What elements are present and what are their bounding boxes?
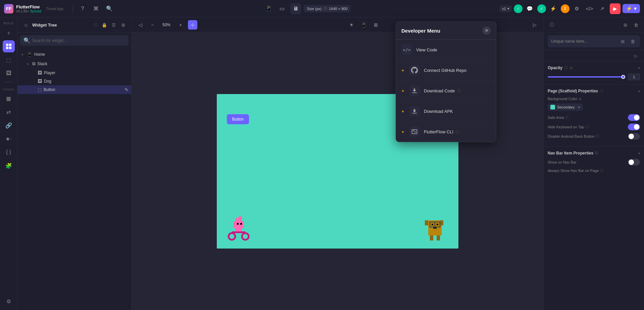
download-code-icon [409, 85, 420, 96]
dev-menu-header: Developer Menu ✕ [396, 22, 496, 40]
cli-info: ⓘ [455, 129, 459, 134]
connect-github-item[interactable]: ★ Connect GitHub Repo [396, 60, 496, 81]
cli-icon [409, 126, 420, 137]
download-apk-label: Download APK [424, 109, 491, 114]
cli-star-area: ★ [401, 130, 404, 134]
dev-menu-overlay[interactable]: Developer Menu ✕ </> View Code ★ Connect… [0, 0, 644, 310]
download-apk-star: ★ [401, 109, 404, 113]
connect-github-label: Connect GitHub Repo [424, 68, 491, 73]
cli-star: ★ [401, 130, 404, 134]
dev-menu-title: Developer Menu [401, 28, 440, 34]
github-star: ★ [401, 69, 404, 72]
download-code-info: ⓘ [457, 88, 461, 93]
view-code-item[interactable]: </> View Code [396, 40, 496, 60]
download-code-item[interactable]: ★ Download Code ⓘ [396, 81, 496, 101]
download-apk-item[interactable]: ★ Download APK [396, 101, 496, 122]
github-star-area: ★ [401, 69, 404, 72]
download-apk-star-area: ★ [401, 109, 404, 113]
developer-menu: Developer Menu ✕ </> View Code ★ Connect… [396, 21, 496, 142]
view-code-label: View Code [416, 47, 491, 52]
github-icon [409, 65, 420, 76]
download-code-star: ★ [401, 89, 404, 93]
download-code-star-area: ★ [401, 89, 404, 93]
download-apk-icon [409, 106, 420, 117]
cli-label: FlutterFlow CLI ⓘ [424, 129, 491, 134]
view-code-icon: </> [401, 44, 412, 55]
download-code-label: Download Code ⓘ [424, 88, 491, 93]
dev-menu-close-btn[interactable]: ✕ [483, 27, 491, 35]
flutterflow-cli-item[interactable]: ★ FlutterFlow CLI ⓘ [396, 122, 496, 142]
